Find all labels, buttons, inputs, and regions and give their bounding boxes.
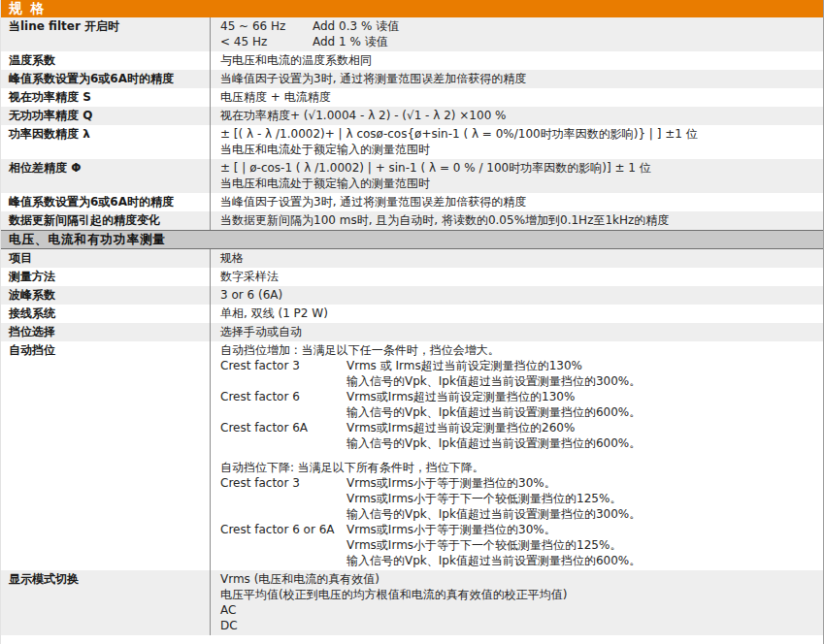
- spec-row: 挡位选择选择手动或自动: [1, 323, 823, 341]
- row-label: 温度系数: [1, 51, 210, 70]
- row-label: 数据更新间隔引起的精度变化: [1, 211, 210, 230]
- crest-condition: Vrms或Irms超过当前设定测量挡位的260%: [346, 420, 575, 435]
- section-header-specs: 规 格: [1, 0, 823, 17]
- pair-right: Add 1 % 读值: [313, 34, 388, 49]
- crest-factor-label: Crest factor 3: [220, 358, 346, 373]
- row-label: 测量方法: [1, 268, 210, 286]
- value-line: 选择手动或自动: [220, 324, 815, 339]
- spec-row: 显示模式切换Vrms (电压和电流的真有效值)电压平均值(校正到电压的均方根值和…: [1, 570, 823, 635]
- crest-condition: Vrms或Irms小于等于下一个较低测量挡位的125%。: [346, 537, 621, 553]
- crest-condition: 输入信号的Vpk、Ipk值超过当前设置测量挡位的300%。: [346, 373, 641, 389]
- row-value: 45 ~ 66 HzAdd 0.3 % 读值< 45 HzAdd 1 % 读值: [210, 17, 823, 51]
- spec-row: 功率因数精度 λ± [( λ - λ /1.0002)+ | λ cosø-co…: [1, 125, 823, 159]
- spec-row: 测量方法数字采样法: [1, 268, 823, 286]
- row-value: 当峰值因子设置为3时, 通过将测量范围误差加倍获得的精度: [210, 193, 823, 211]
- crest-factor-label: [220, 435, 346, 451]
- spec-row: 峰值系数设置为6或6A时的精度当峰值因子设置为3时, 通过将测量范围误差加倍获得…: [1, 70, 823, 88]
- row-value: ± [( λ - λ /1.0002)+ | λ cosø-cos{ø+sin-…: [210, 125, 823, 159]
- spec-row: 项目规格: [1, 249, 823, 268]
- value-line: AC: [220, 602, 815, 618]
- row-label: 接线系统: [1, 305, 210, 323]
- row-value: ± [ | ø-cos-1 ( λ /1.0002) | + sin-1 ( λ…: [210, 159, 823, 193]
- value-line: 电压精度 + 电流精度: [220, 89, 815, 105]
- row-label: 无功功率精度 Q: [1, 107, 210, 125]
- row-value: 自动挡位增加 : 当满足以下任一条件时，挡位会增大。Crest factor 3…: [210, 341, 823, 570]
- value-pair-line: 45 ~ 66 HzAdd 0.3 % 读值: [220, 18, 815, 34]
- spec-row: 自动挡位自动挡位增加 : 当满足以下任一条件时，挡位会增大。Crest fact…: [1, 341, 823, 570]
- crest-condition: Vrms或Irms小于等于测量挡位的30%。: [346, 522, 556, 537]
- row-value: 与电压和电流的温度系数相同: [210, 51, 823, 70]
- value-line: Vrms (电压和电流的真有效值): [220, 571, 815, 587]
- spec-row: 数据更新间隔引起的精度变化当数据更新间隔为100 ms时, 且为自动时, 将读数…: [1, 211, 823, 230]
- value-line: 单相, 双线 (1 P2 W): [220, 306, 815, 321]
- crest-line: Crest factor 3Vrms 或 Irms超过当前设定测量挡位的130%: [220, 358, 815, 373]
- row-label: 波峰系数: [1, 286, 210, 305]
- crest-condition: 输入信号的Vpk、Ipk值超过当前设置测量挡位的600%。: [346, 404, 641, 420]
- spec-row: 波峰系数3 or 6 (6A): [1, 286, 823, 305]
- crest-line: 输入信号的Vpk、Ipk值超过当前设置测量挡位的300%。: [220, 373, 815, 389]
- crest-factor-label: Crest factor 3: [220, 475, 346, 491]
- value-line: 当峰值因子设置为3时, 通过将测量范围误差加倍获得的精度: [220, 71, 815, 86]
- crest-factor-label: [220, 491, 346, 506]
- value-line: 自动挡位增加 : 当满足以下任一条件时，挡位会增大。: [220, 342, 815, 358]
- value-line: 当峰值因子设置为3时, 通过将测量范围误差加倍获得的精度: [220, 194, 815, 209]
- value-line: 数字采样法: [220, 269, 815, 284]
- crest-condition: Vrms或Irms小于等于下一个较低测量挡位的125%。: [346, 491, 621, 506]
- row-label: 相位差精度 Φ: [1, 159, 210, 193]
- spec-row: 峰值系数设置为6或6A时的精度当峰值因子设置为3时, 通过将测量范围误差加倍获得…: [1, 193, 823, 211]
- value-line: ± [ | ø-cos-1 ( λ /1.0002) | + sin-1 ( λ…: [220, 160, 815, 176]
- crest-factor-label: [220, 373, 346, 389]
- crest-line: Crest factor 6AVrms或Irms超过当前设定测量挡位的260%: [220, 420, 815, 435]
- value-line: 电压平均值(校正到电压的均方根值和电流的真有效值的校正平均值): [220, 587, 815, 602]
- value-line: 规格: [220, 250, 815, 266]
- spec-row: 温度系数与电压和电流的温度系数相同: [1, 51, 823, 70]
- crest-factor-label: Crest factor 6 or 6A: [220, 522, 346, 537]
- crest-line: 输入信号的Vpk、Ipk值超过当前设置测量挡位的600%。: [220, 553, 815, 568]
- crest-line: Crest factor 6 or 6AVrms或Irms小于等于测量挡位的30…: [220, 522, 815, 537]
- crest-line: Vrms或Irms小于等于下一个较低测量挡位的125%。: [220, 491, 815, 506]
- section-header-voltage-current-power: 电压、电流和有功功率测量: [1, 230, 823, 249]
- value-line: 3 or 6 (6A): [220, 287, 815, 303]
- row-label: 项目: [1, 249, 210, 268]
- pair-left: < 45 Hz: [220, 34, 313, 49]
- row-label: 自动挡位: [1, 341, 210, 570]
- value-line: 与电压和电流的温度系数相同: [220, 52, 815, 68]
- row-value: 3 or 6 (6A): [210, 286, 823, 305]
- row-value: 单相, 双线 (1 P2 W): [210, 305, 823, 323]
- row-value: 规格: [210, 249, 823, 268]
- spec-row: 视在功率精度 S电压精度 + 电流精度: [1, 88, 823, 107]
- value-line: ± [( λ - λ /1.0002)+ | λ cosø-cos{ø+sin-…: [220, 126, 815, 142]
- row-value: Vrms (电压和电流的真有效值)电压平均值(校正到电压的均方根值和电流的真有效…: [210, 570, 823, 635]
- value-line: DC: [220, 618, 815, 633]
- row-label: 挡位选择: [1, 323, 210, 341]
- spec-table: 规 格当line filter 开启时45 ~ 66 HzAdd 0.3 % 读…: [1, 0, 823, 635]
- crest-factor-label: Crest factor 6A: [220, 420, 346, 435]
- crest-line: Crest factor 6Vrms或Irms超过当前设定测量挡位的130%: [220, 389, 815, 404]
- row-label: 显示模式切换: [1, 570, 210, 635]
- crest-condition: 输入信号的Vpk、Ipk值超过当前设置测量挡位的600%。: [346, 553, 641, 568]
- row-label: 功率因数精度 λ: [1, 125, 210, 159]
- pair-left: 45 ~ 66 Hz: [220, 18, 313, 34]
- value-line: 自动挡位下降: 当满足以下所有条件时，挡位下降。: [220, 460, 815, 475]
- row-value: 当峰值因子设置为3时, 通过将测量范围误差加倍获得的精度: [210, 70, 823, 88]
- crest-line: 输入信号的Vpk、Ipk值超过当前设置测量挡位的300%。: [220, 506, 815, 522]
- spec-page: 规 格当line filter 开启时45 ~ 66 HzAdd 0.3 % 读…: [0, 0, 824, 644]
- value-line: 当电压和电流处于额定输入的测量范围时: [220, 142, 815, 157]
- crest-factor-label: [220, 506, 346, 522]
- value-line: 视在功率精度+ (√1.0004 - λ 2) - (√1 - λ 2) ×10…: [220, 108, 815, 123]
- row-value: 电压精度 + 电流精度: [210, 88, 823, 107]
- crest-factor-label: [220, 537, 346, 553]
- row-value: 数字采样法: [210, 268, 823, 286]
- value-line: 当电压和电流处于额定输入的测量范围时: [220, 176, 815, 191]
- blank-line: [220, 451, 815, 460]
- row-value: 当数据更新间隔为100 ms时, 且为自动时, 将读数的0.05%增加到0.1H…: [210, 211, 823, 230]
- row-value: 选择手动或自动: [210, 323, 823, 341]
- crest-condition: Vrms或Irms超过当前设定测量挡位的130%: [346, 389, 575, 404]
- crest-line: 输入信号的Vpk、Ipk值超过当前设置测量挡位的600%。: [220, 404, 815, 420]
- crest-condition: 输入信号的Vpk、Ipk值超过当前设置测量挡位的600%。: [346, 435, 641, 451]
- spec-row: 无功功率精度 Q视在功率精度+ (√1.0004 - λ 2) - (√1 - …: [1, 107, 823, 125]
- row-label: 峰值系数设置为6或6A时的精度: [1, 70, 210, 88]
- row-label: 峰值系数设置为6或6A时的精度: [1, 193, 210, 211]
- crest-line: Crest factor 3Vrms或Irms小于等于测量挡位的30%。: [220, 475, 815, 491]
- crest-condition: Vrms或Irms小于等于测量挡位的30%。: [346, 475, 556, 491]
